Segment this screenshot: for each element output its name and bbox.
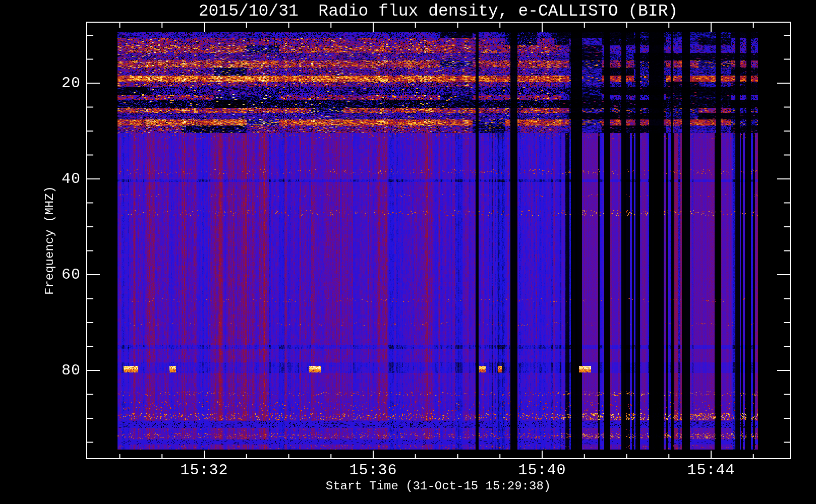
x-axis-label: Start Time (31-Oct-15 15:29:38)	[326, 479, 551, 493]
x-tick-label: 15:36	[349, 462, 397, 479]
screenshot-root: 2015/10/31 Radio flux density, e-CALLIST…	[0, 0, 816, 504]
x-tick-label: 15:44	[687, 462, 735, 479]
y-tick-label: 60	[20, 266, 81, 284]
x-tick-label: 15:40	[518, 462, 566, 479]
spectrogram-canvas	[0, 0, 816, 504]
chart-title: 2015/10/31 Radio flux density, e-CALLIST…	[199, 2, 678, 21]
y-tick-label: 20	[20, 74, 81, 92]
y-tick-label: 40	[20, 170, 81, 188]
y-tick-label: 80	[20, 361, 81, 380]
y-axis-label: Frequency (MHZ)	[43, 109, 58, 371]
x-tick-label: 15:32	[180, 462, 228, 479]
